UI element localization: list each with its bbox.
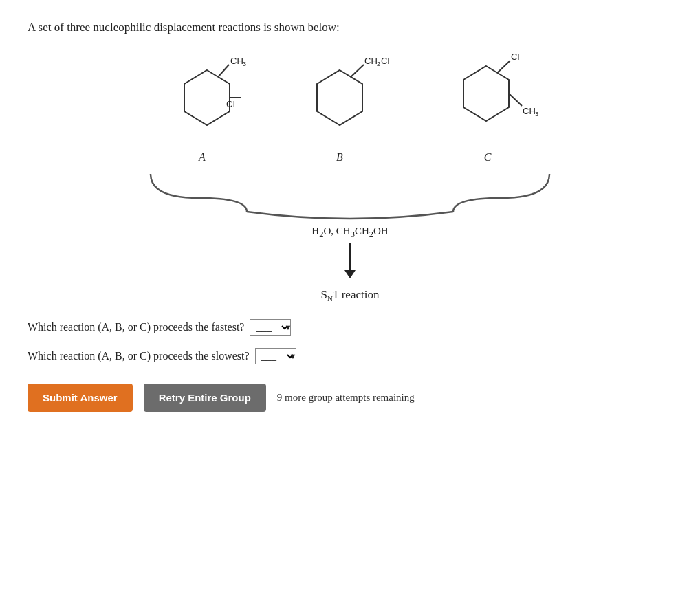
svg-marker-0 bbox=[184, 70, 230, 125]
molecule-c: Cl CH 3 C bbox=[433, 51, 543, 164]
svg-text:2: 2 bbox=[377, 60, 380, 67]
svg-text:CI: CI bbox=[226, 99, 235, 109]
reagent-label: H2O, CH3CH2OH bbox=[311, 226, 388, 240]
svg-text:CH: CH bbox=[523, 106, 536, 116]
attempts-text: 9 more group attempts remaining bbox=[277, 392, 415, 404]
sn1-label: SN1 reaction bbox=[321, 288, 380, 302]
retry-button[interactable]: Retry Entire Group bbox=[144, 384, 266, 412]
svg-text:3: 3 bbox=[535, 111, 538, 118]
question1-text: Which reaction (A, B, or C) proceeds the… bbox=[28, 321, 244, 333]
question2-text: Which reaction (A, B, or C) proceeds the… bbox=[28, 350, 250, 362]
bracket-area bbox=[28, 170, 672, 219]
submit-button[interactable]: Submit Answer bbox=[28, 384, 133, 412]
molecules-area: CH 3 CI A CH 2 Cl B Cl CH 3 bbox=[28, 51, 672, 164]
buttons-area: Submit Answer Retry Entire Group 9 more … bbox=[28, 384, 672, 412]
svg-line-7 bbox=[351, 65, 364, 77]
question2-row: Which reaction (A, B, or C) proceeds the… bbox=[28, 348, 672, 364]
svg-text:Cl: Cl bbox=[511, 52, 519, 62]
svg-line-12 bbox=[497, 60, 510, 73]
svg-line-14 bbox=[509, 94, 522, 106]
slowest-select[interactable]: ___ A B C bbox=[255, 348, 296, 364]
fastest-select[interactable]: ___ A B C bbox=[250, 319, 291, 336]
svg-marker-6 bbox=[317, 70, 362, 125]
questions-area: Which reaction (A, B, or C) proceeds the… bbox=[28, 319, 672, 364]
svg-line-1 bbox=[218, 65, 229, 77]
molecule-a-label: A bbox=[199, 151, 206, 164]
svg-text:CH: CH bbox=[364, 58, 378, 66]
svg-text:Cl: Cl bbox=[381, 58, 389, 66]
svg-text:CH: CH bbox=[230, 58, 243, 66]
molecule-c-label: C bbox=[484, 151, 492, 164]
svg-text:3: 3 bbox=[243, 60, 246, 67]
question1-row: Which reaction (A, B, or C) proceeds the… bbox=[28, 319, 672, 336]
svg-marker-11 bbox=[463, 66, 509, 121]
molecule-b: CH 2 Cl B bbox=[288, 58, 391, 164]
intro-text: A set of three nucleophilic displacement… bbox=[28, 21, 672, 34]
reaction-arrow-area: H2O, CH3CH2OH SN1 reaction bbox=[28, 226, 672, 302]
molecule-a: CH 3 CI A bbox=[157, 58, 247, 164]
molecule-b-label: B bbox=[336, 151, 343, 164]
